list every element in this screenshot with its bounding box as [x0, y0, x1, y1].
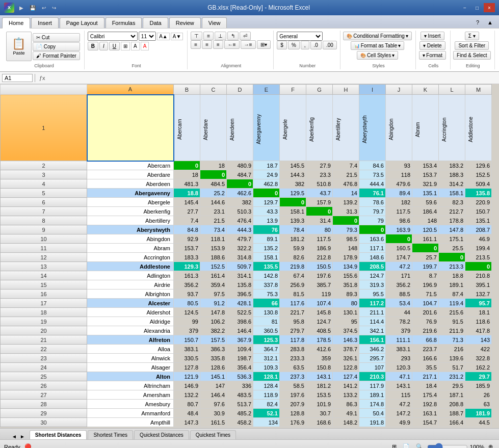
data-cell[interactable]: 462.8	[253, 179, 280, 189]
data-cell[interactable]: 536.3	[227, 372, 253, 381]
data-cell[interactable]: 135.8	[227, 280, 253, 289]
ribbon-minimize-icon[interactable]: ▲	[483, 17, 497, 28]
label-cell[interactable]: Alexandria	[87, 326, 174, 335]
data-cell[interactable]: 80	[306, 225, 333, 234]
text-direction-button[interactable]: ↰	[227, 32, 239, 40]
data-cell[interactable]: 207.9	[280, 400, 306, 409]
data-cell[interactable]: 25.7	[412, 253, 439, 262]
zoom-slider[interactable]	[427, 444, 468, 449]
cell-reference-input[interactable]	[2, 74, 33, 82]
zoom-in-button[interactable]: ⊕	[486, 442, 495, 448]
number-format-select[interactable]: General	[277, 32, 323, 41]
italic-button[interactable]: I	[99, 42, 108, 50]
tab-review[interactable]: Review	[169, 17, 201, 28]
data-cell[interactable]: 513.7	[227, 400, 253, 409]
data-cell[interactable]: 27.9	[306, 161, 333, 170]
align-middle-button[interactable]: ≡	[203, 32, 214, 40]
data-cell[interactable]: 44.5	[465, 418, 492, 427]
row-header-17[interactable]: 17	[1, 299, 87, 308]
data-cell[interactable]: 63.5	[280, 363, 306, 372]
data-cell[interactable]: 18.1	[465, 308, 492, 317]
data-cell[interactable]: 152.5	[465, 170, 492, 179]
font-family-select[interactable]: Calibri	[88, 32, 138, 41]
data-cell[interactable]: 7.4	[333, 161, 359, 170]
data-cell[interactable]: 82.3	[439, 198, 465, 207]
data-cell[interactable]: 47.2	[386, 262, 412, 271]
increase-indent-button[interactable]: →≡	[241, 40, 256, 49]
data-cell[interactable]: 79.7	[359, 207, 386, 216]
data-cell[interactable]: 18.8	[439, 271, 465, 280]
row-header-7[interactable]: 7	[1, 207, 87, 216]
data-cell[interactable]: 163.9	[386, 225, 412, 234]
label-cell[interactable]: Abram	[87, 244, 174, 253]
font-size-select[interactable]: 11	[139, 32, 156, 41]
label-cell[interactable]: Accrington	[87, 253, 174, 262]
data-cell[interactable]: 174.8	[359, 400, 386, 409]
data-cell[interactable]: 63	[465, 400, 492, 409]
cell-L1[interactable]: Accrington	[439, 95, 465, 161]
data-cell[interactable]: 135.8	[465, 189, 492, 198]
minimize-button[interactable]: −	[459, 3, 470, 12]
data-cell[interactable]: 314.2	[439, 179, 465, 189]
data-cell[interactable]: 95.5	[359, 289, 386, 299]
data-cell[interactable]: 95.7	[465, 299, 492, 308]
format-as-table-button[interactable]: 📊 Format as Table ▾	[351, 41, 405, 50]
data-cell[interactable]: 148	[333, 244, 359, 253]
data-cell[interactable]: 95.8	[280, 317, 306, 326]
data-cell[interactable]: 122.8	[333, 363, 359, 372]
data-cell[interactable]: 522.5	[227, 308, 253, 317]
data-cell[interactable]: 125.3	[253, 335, 280, 345]
sheet-tab-quickest-times[interactable]: Quickest Times	[190, 430, 236, 439]
data-cell[interactable]: 150.7	[465, 207, 492, 216]
underline-button[interactable]: U	[109, 42, 120, 50]
data-cell[interactable]: 142.8	[253, 271, 280, 280]
data-cell[interactable]: 21.5	[200, 216, 227, 225]
data-cell[interactable]: 336	[227, 381, 253, 390]
data-cell[interactable]: 188.3	[439, 170, 465, 179]
tab-insert[interactable]: Insert	[31, 17, 59, 28]
data-cell[interactable]: 161.4	[200, 271, 227, 280]
data-cell[interactable]: 196.9	[412, 280, 439, 289]
data-cell[interactable]: 211.9	[439, 326, 465, 335]
data-cell[interactable]: 312.1	[253, 354, 280, 363]
label-cell[interactable]: Altrincham	[87, 381, 174, 390]
data-cell[interactable]: 82.6	[280, 253, 306, 262]
data-cell[interactable]: 509.4	[465, 179, 492, 189]
data-cell[interactable]: 25.2	[200, 189, 227, 198]
col-header-L[interactable]: L	[439, 85, 465, 95]
data-cell[interactable]: 145.4	[174, 198, 200, 207]
data-cell[interactable]: 76.9	[412, 317, 439, 326]
data-cell[interactable]: 479.7	[227, 234, 253, 244]
view-preview-button[interactable]: 🔍	[414, 442, 425, 448]
data-cell[interactable]: 444.4	[359, 179, 386, 189]
data-cell[interactable]: 183.2	[439, 161, 465, 170]
data-cell[interactable]: 27.7	[174, 207, 200, 216]
sheet-tab-quickest-distances[interactable]: Quickest Distances	[134, 430, 189, 439]
data-cell[interactable]: 213.3	[439, 262, 465, 271]
align-right-button[interactable]: ≡	[213, 40, 223, 49]
data-cell[interactable]: 80.7	[174, 400, 200, 409]
label-cell[interactable]: Alloa	[87, 345, 174, 354]
data-cell[interactable]: 144.6	[200, 198, 227, 207]
data-cell[interactable]: 476.8	[333, 179, 359, 189]
data-cell[interactable]: 0	[200, 170, 227, 179]
data-cell[interactable]: 150.5	[306, 262, 333, 271]
label-cell[interactable]: Alsager	[87, 363, 174, 372]
data-cell[interactable]: 154.7	[412, 418, 439, 427]
data-cell[interactable]: 51.7	[439, 363, 465, 372]
data-cell[interactable]: 97.5	[200, 289, 227, 299]
data-cell[interactable]: 212.7	[439, 207, 465, 216]
decrease-decimal-button[interactable]: .0	[310, 41, 322, 49]
data-cell[interactable]: 382.2	[200, 326, 227, 335]
data-cell[interactable]: 189.1	[439, 280, 465, 289]
data-cell[interactable]: 91.2	[200, 299, 227, 308]
row-header-18[interactable]: 18	[1, 308, 87, 317]
data-cell[interactable]: 49.1	[333, 409, 359, 418]
data-cell[interactable]: 462.6	[227, 189, 253, 198]
data-cell[interactable]: 510.3	[227, 207, 253, 216]
data-cell[interactable]: 157.9	[306, 198, 333, 207]
align-top-button[interactable]: ⊤	[191, 32, 202, 40]
data-cell[interactable]: 118	[386, 170, 412, 179]
data-cell[interactable]: 483.5	[227, 390, 253, 400]
data-cell[interactable]: 212.8	[306, 253, 333, 262]
